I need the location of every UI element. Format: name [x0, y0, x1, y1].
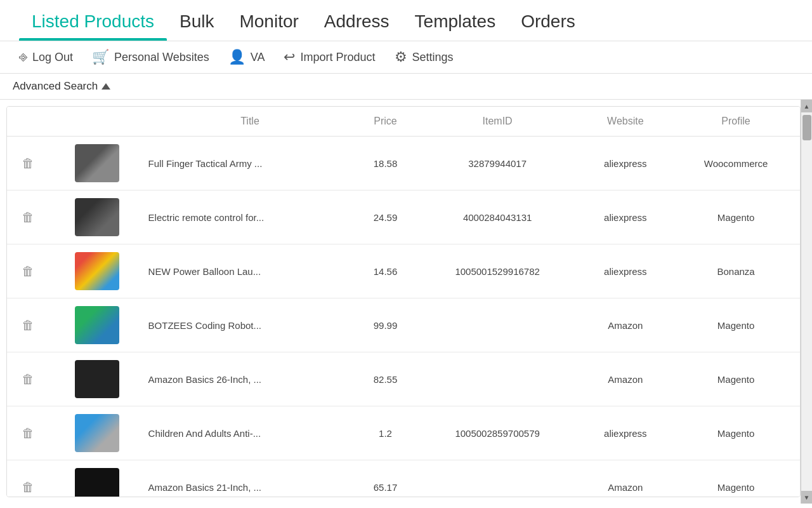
delete-cell[interactable]: 🗑 [7, 406, 49, 460]
nav-templates[interactable]: Templates [402, 0, 509, 41]
delete-icon[interactable]: 🗑 [22, 318, 34, 333]
delete-cell[interactable]: 🗑 [7, 298, 49, 352]
profile-cell: Bonanza [672, 244, 800, 298]
gear-icon: ⚙ [395, 49, 407, 65]
delete-cell[interactable]: 🗑 [7, 137, 49, 190]
price-cell: 18.58 [355, 137, 416, 190]
website-cell: aliexpress [579, 190, 672, 244]
settings-button[interactable]: ⚙ Settings [395, 49, 454, 65]
product-thumbnail [75, 414, 119, 452]
itemid-cell: 32879944017 [416, 137, 579, 190]
delete-cell[interactable]: 🗑 [7, 190, 49, 244]
product-table-container[interactable]: Title Price ItemID Website Profile 🗑 Ful… [6, 106, 801, 497]
advanced-search-toggle-icon [102, 83, 110, 90]
nav-listed-products[interactable]: Listed Products [19, 0, 167, 41]
personal-websites-button[interactable]: 🛒 Personal Websites [92, 49, 209, 65]
table-row: 🗑 Amazon Basics 26-Inch, ... 82.55 Amazo… [7, 352, 800, 406]
title-cell: NEW Power Balloon Lau... [145, 244, 355, 298]
top-navigation: Listed Products Bulk Monitor Address Tem… [0, 0, 812, 41]
title-cell: BOTZEES Coding Robot... [145, 298, 355, 352]
table-header-row: Title Price ItemID Website Profile [7, 107, 800, 137]
import-product-label: Import Product [300, 51, 375, 64]
personal-websites-label: Personal Websites [114, 51, 209, 64]
nav-monitor[interactable]: Monitor [226, 0, 311, 41]
itemid-cell [416, 352, 579, 406]
table-row: 🗑 Electric remote control for... 24.59 4… [7, 190, 800, 244]
table-row: 🗑 Amazon Basics 21-Inch, ... 65.17 Amazo… [7, 460, 800, 498]
va-button[interactable]: 👤 VA [228, 49, 265, 65]
table-row: 🗑 BOTZEES Coding Robot... 99.99 Amazon M… [7, 298, 800, 352]
col-image [49, 107, 145, 137]
profile-cell: Magento [672, 352, 800, 406]
col-itemid[interactable]: ItemID [416, 107, 579, 137]
image-cell [49, 460, 145, 498]
itemid-cell [416, 460, 579, 498]
profile-cell: Magento [672, 298, 800, 352]
logout-button[interactable]: ⎆ Log Out [19, 49, 73, 65]
title-cell: Amazon Basics 26-Inch, ... [145, 352, 355, 406]
nav-bulk[interactable]: Bulk [167, 0, 226, 41]
nav-address[interactable]: Address [311, 0, 402, 41]
image-cell [49, 137, 145, 190]
delete-icon[interactable]: 🗑 [22, 264, 34, 279]
price-cell: 65.17 [355, 460, 416, 498]
scrollbar[interactable]: ▲ ▼ [801, 100, 812, 504]
scroll-thumb[interactable] [802, 115, 811, 140]
image-cell [49, 190, 145, 244]
col-price[interactable]: Price [355, 107, 416, 137]
product-thumbnail [75, 360, 119, 398]
itemid-cell: 1005002859700579 [416, 406, 579, 460]
scroll-up-arrow[interactable]: ▲ [801, 100, 813, 112]
logout-label: Log Out [32, 51, 73, 64]
logout-icon: ⎆ [19, 49, 27, 65]
profile-cell: Woocommerce [672, 137, 800, 190]
import-icon: ↩ [284, 49, 295, 65]
profile-cell: Magento [672, 460, 800, 498]
va-label: VA [251, 51, 265, 64]
advanced-search-bar[interactable]: Advanced Search [0, 74, 812, 100]
itemid-cell: 1005001529916782 [416, 244, 579, 298]
itemid-cell: 4000284043131 [416, 190, 579, 244]
price-cell: 99.99 [355, 298, 416, 352]
table-row: 🗑 NEW Power Balloon Lau... 14.56 1005001… [7, 244, 800, 298]
delete-cell[interactable]: 🗑 [7, 460, 49, 498]
col-website[interactable]: Website [579, 107, 672, 137]
delete-icon[interactable]: 🗑 [22, 426, 34, 441]
website-cell: Amazon [579, 460, 672, 498]
col-title[interactable]: Title [145, 107, 355, 137]
advanced-search-label: Advanced Search [13, 80, 98, 93]
scroll-down-arrow[interactable]: ▼ [801, 491, 813, 504]
product-thumbnail [75, 306, 119, 344]
title-cell: Full Finger Tactical Army ... [145, 137, 355, 190]
product-thumbnail [75, 468, 119, 497]
toolbar: ⎆ Log Out 🛒 Personal Websites 👤 VA ↩ Imp… [0, 41, 812, 74]
delete-icon[interactable]: 🗑 [22, 372, 34, 387]
table-row: 🗑 Children And Adults Anti-... 1.2 10050… [7, 406, 800, 460]
delete-icon[interactable]: 🗑 [22, 210, 34, 225]
nav-orders[interactable]: Orders [508, 0, 588, 41]
price-cell: 24.59 [355, 190, 416, 244]
website-cell: aliexpress [579, 137, 672, 190]
delete-cell[interactable]: 🗑 [7, 352, 49, 406]
product-table: Title Price ItemID Website Profile 🗑 Ful… [7, 107, 800, 497]
image-cell [49, 298, 145, 352]
product-thumbnail [75, 198, 119, 236]
delete-icon[interactable]: 🗑 [22, 480, 34, 495]
title-cell: Amazon Basics 21-Inch, ... [145, 460, 355, 498]
delete-cell[interactable]: 🗑 [7, 244, 49, 298]
itemid-cell [416, 298, 579, 352]
website-cell: Amazon [579, 352, 672, 406]
price-cell: 82.55 [355, 352, 416, 406]
title-cell: Children And Adults Anti-... [145, 406, 355, 460]
image-cell [49, 406, 145, 460]
settings-label: Settings [412, 51, 454, 64]
import-product-button[interactable]: ↩ Import Product [284, 49, 375, 65]
product-thumbnail [75, 252, 119, 290]
image-cell [49, 244, 145, 298]
website-cell: Amazon [579, 298, 672, 352]
title-cell: Electric remote control for... [145, 190, 355, 244]
website-cell: aliexpress [579, 406, 672, 460]
col-profile[interactable]: Profile [672, 107, 800, 137]
delete-icon[interactable]: 🗑 [22, 156, 34, 171]
website-cell: aliexpress [579, 244, 672, 298]
